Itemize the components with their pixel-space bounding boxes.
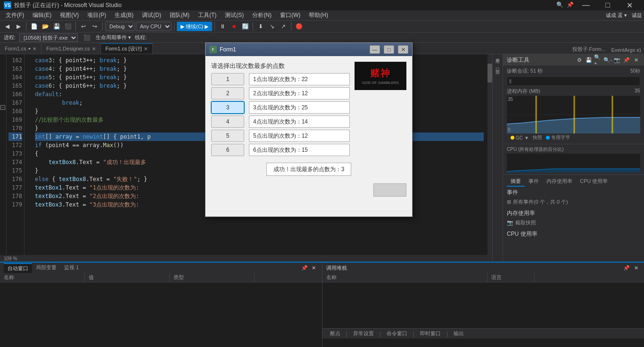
diag-tab-memory[interactable]: 内存使用率	[543, 177, 576, 187]
bottom-tab-cmd[interactable]: 命令窗口	[383, 330, 411, 338]
bottom-tab-immediate[interactable]: 即时窗口	[416, 330, 445, 338]
menu-test[interactable]: 测试(S)	[221, 10, 248, 20]
collapse-icon[interactable]: −	[0, 105, 5, 110]
diag-timeline: 50秒	[630, 68, 640, 74]
tab-form1cs-close[interactable]: ✕	[33, 46, 36, 51]
call-pin-btn[interactable]: 📌	[622, 264, 631, 272]
snapshot-btn[interactable]: 📷 截取快照	[507, 219, 640, 226]
events-content: 所有事件(0 个，共 0 个)	[513, 198, 568, 206]
dice-btn-2[interactable]: 2	[211, 87, 244, 99]
tb-save[interactable]: 💾	[51, 22, 62, 31]
diag-zoom-in-btn[interactable]: 🔍+	[594, 56, 603, 64]
diag-pin-btn[interactable]: 📌	[622, 56, 631, 64]
tb-stop[interactable]: ■	[229, 22, 239, 31]
tb-undo[interactable]: ↩	[78, 22, 89, 31]
continue-label: 继续(C) ▶	[186, 23, 208, 30]
diag-zoom-out-btn[interactable]: 🔍-	[603, 56, 612, 64]
call-header-btns: 📌 ✕	[622, 264, 640, 272]
image-container: 赌神 GOD OF GAMBLERS	[355, 62, 406, 90]
tb-saveall[interactable]: ⬛	[63, 22, 73, 31]
auto-tab-watch1[interactable]: 监视 1	[60, 263, 83, 273]
diag-tab-events[interactable]: 事件	[525, 177, 543, 187]
tb-pause[interactable]: ⏸	[217, 22, 228, 31]
diag-settings-btn[interactable]: ⚙	[575, 56, 584, 64]
tab-designer-close[interactable]: ✕	[92, 46, 96, 51]
tb-step-out[interactable]: ↗	[278, 22, 289, 31]
process-dropdown[interactable]: [10568] 投骰子.exe	[19, 33, 78, 42]
diag-tab-summary[interactable]: 摘要	[507, 177, 525, 187]
tab-design-close[interactable]: ✕	[144, 46, 148, 51]
tb-back[interactable]: ◀	[2, 22, 12, 31]
scrollbar-thumb[interactable]	[487, 64, 492, 83]
zoom-label: 109 %	[4, 256, 17, 261]
tb-restart[interactable]: 🔄	[240, 22, 250, 31]
sidebar-label-3: 口	[495, 65, 501, 65]
menu-file[interactable]: 文件(F)	[2, 10, 28, 20]
call-close-btn[interactable]: ✕	[632, 264, 640, 272]
auto-tab-local[interactable]: 局部变量	[32, 263, 60, 273]
menu-build[interactable]: 生成(B)	[111, 10, 137, 20]
signin-btn[interactable]: 诚益	[632, 12, 642, 19]
dice-btn-4[interactable]: 4	[211, 116, 244, 128]
dice-btn-3[interactable]: 3	[211, 101, 244, 114]
search-btn[interactable]: 🔍	[554, 0, 565, 9]
auto-tab-auto[interactable]: 自动窗口	[4, 263, 32, 273]
bottom-area: 自动窗口 局部变量 监视 1 📌 ✕ 名称 值 类型 调用堆栈 📌 ✕	[0, 262, 644, 347]
menu-analyze[interactable]: 分析(N)	[248, 10, 275, 20]
diag-tabs: 摘要 事件 内存使用率 CPU 使用率	[503, 175, 644, 187]
minimize-btn[interactable]: —	[575, 0, 597, 10]
gutter	[25, 54, 31, 262]
pb-btn[interactable]: ⬛	[82, 33, 92, 42]
tab-form1cs[interactable]: Form1.cs ● ✕	[0, 43, 41, 54]
auto-window: 自动窗口 局部变量 监视 1 📌 ✕ 名称 值 类型	[0, 263, 322, 347]
menu-project[interactable]: 项目(P)	[83, 10, 110, 20]
tb-breakpts[interactable]: 🔴	[294, 22, 304, 31]
menu-help[interactable]: 帮助(H)	[305, 10, 332, 20]
debug-config-dropdown[interactable]: Debug	[105, 22, 135, 31]
menu-tools[interactable]: 工具(T)	[194, 10, 220, 20]
sep1: |	[346, 330, 347, 337]
menu-window[interactable]: 窗口(W)	[276, 10, 304, 20]
close-btn[interactable]: ✕	[619, 0, 640, 10]
dialog-image: 赌神 GOD OF GAMBLERS	[355, 62, 406, 90]
menu-view[interactable]: 视图(V)	[56, 10, 83, 20]
tab-form1designer[interactable]: Form1.Designer.cs ✕	[41, 43, 100, 54]
editor-scrollbar[interactable]	[487, 54, 492, 262]
tab-form1design[interactable]: Form1.cs [设计] ✕	[101, 43, 153, 54]
pin-btn[interactable]: 📌	[565, 0, 575, 9]
bottom-tab-exceptions[interactable]: 异常设置	[349, 330, 378, 338]
diag-capture-btn[interactable]: 📷	[613, 56, 621, 64]
tb-open[interactable]: 📂	[40, 22, 50, 31]
tb-step-over[interactable]: ⬇	[256, 22, 266, 31]
bottom-tab-breakpoints[interactable]: 断点	[326, 330, 344, 338]
play-icon: ▶	[181, 24, 184, 30]
diag-close-btn[interactable]: ✕	[632, 56, 640, 64]
continue-btn[interactable]: ▶ 继续(C) ▶	[177, 22, 212, 31]
menu-debug[interactable]: 调试(D)	[138, 10, 165, 20]
dialog-close-btn[interactable]: ✕	[398, 45, 408, 54]
platform-dropdown[interactable]: Any CPU	[136, 22, 172, 31]
auto-col-val: 值	[85, 273, 170, 282]
diag-tab-cpu[interactable]: CPU 使用率	[576, 177, 611, 187]
menu-edit[interactable]: 编辑(E)	[29, 10, 55, 20]
legend-private: 专用字节	[546, 134, 570, 141]
maximize-btn[interactable]: □	[597, 0, 619, 10]
tb-step-in[interactable]: ↘	[267, 22, 277, 31]
auto-close-btn[interactable]: ✕	[310, 264, 318, 272]
dice-btn-6[interactable]: 6	[211, 144, 244, 156]
menu-team[interactable]: 团队(M)	[166, 10, 193, 20]
auto-header-tabs: 自动窗口 局部变量 监视 1	[4, 263, 83, 273]
dialog-minimize-btn[interactable]: —	[370, 45, 380, 54]
diag-save-btn[interactable]: 💾	[585, 56, 593, 64]
dice-btn-5[interactable]: 5	[211, 130, 244, 142]
editor-context: 投骰子.Form...	[570, 45, 609, 54]
tb-fwd[interactable]: ▶	[13, 22, 24, 31]
dialog-maximize-btn[interactable]: □	[384, 45, 394, 54]
tb-new[interactable]: 📄	[29, 22, 39, 31]
tb-redo[interactable]: ↪	[90, 22, 100, 31]
dice-btn-1[interactable]: 1	[211, 73, 244, 85]
camera-icon: 📷	[507, 220, 513, 226]
auto-pin-btn[interactable]: 📌	[300, 264, 309, 272]
bottom-tab-output[interactable]: 输出	[450, 330, 468, 338]
result-box-2: 2点出现的次数为：12	[249, 87, 350, 99]
